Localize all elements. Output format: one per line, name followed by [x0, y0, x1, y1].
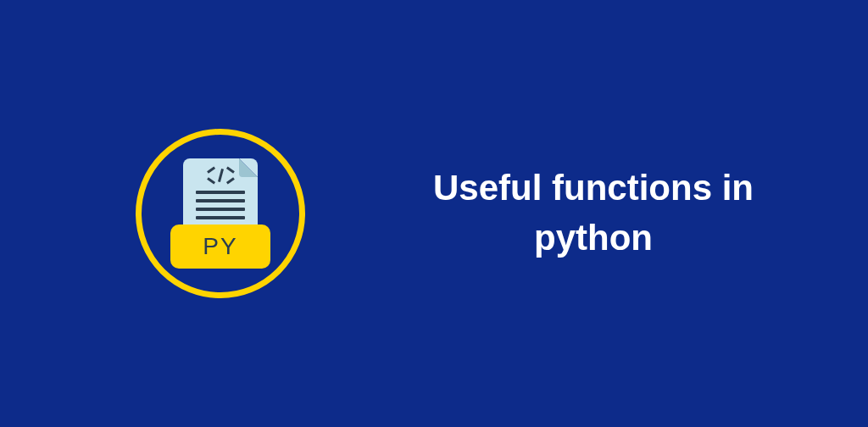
angle-left-icon — [208, 169, 216, 181]
code-brackets-icon — [208, 169, 234, 182]
py-file-label: PY — [170, 225, 270, 269]
file-line — [196, 208, 245, 211]
icon-circle: PY — [136, 129, 305, 298]
file-line — [196, 199, 245, 202]
python-file-icon: PY — [170, 158, 270, 269]
content-wrapper: PY Useful functions in python — [0, 129, 868, 298]
slash-icon — [217, 169, 223, 182]
file-line — [196, 216, 245, 219]
angle-right-icon — [225, 169, 234, 181]
file-fold-corner — [239, 158, 258, 177]
page-title: Useful functions in python — [381, 164, 805, 263]
file-text-lines — [196, 191, 245, 219]
file-line — [196, 191, 245, 194]
